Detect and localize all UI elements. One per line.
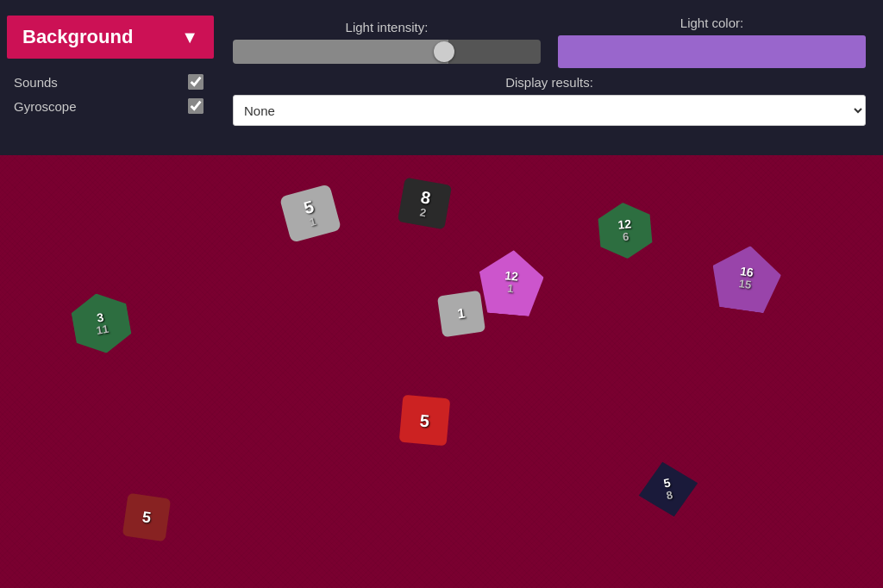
gyroscope-checkbox[interactable] bbox=[188, 98, 204, 114]
die-face-sub: 1 bbox=[308, 215, 317, 228]
display-results-section: Display results: None Sum Individual Sum… bbox=[233, 75, 866, 126]
die-d6-gray-2[interactable]: 1 bbox=[437, 291, 485, 337]
display-results-select[interactable]: None Sum Individual Sum + Individual bbox=[233, 95, 866, 126]
die-d20-purple[interactable]: 12 1 bbox=[476, 247, 546, 317]
background-button[interactable]: Background ▼ bbox=[7, 16, 214, 59]
die-content: 5 1 bbox=[279, 184, 341, 243]
die-d8-dark[interactable]: 5 8 bbox=[633, 455, 704, 522]
sounds-checkbox[interactable] bbox=[188, 74, 204, 90]
color-display[interactable] bbox=[558, 35, 866, 68]
die-face-sub: 11 bbox=[95, 322, 110, 336]
die-face-sub: 8 bbox=[665, 488, 673, 502]
die-content: 8 2 bbox=[398, 178, 452, 230]
intensity-label: Light intensity: bbox=[346, 20, 429, 34]
die-face-number: 8 bbox=[420, 188, 432, 207]
die-content: 5 bbox=[399, 395, 451, 447]
die-face-number: 3 bbox=[96, 310, 104, 323]
sounds-label: Sounds bbox=[14, 75, 58, 90]
background-button-label: Background bbox=[22, 26, 133, 48]
die-content: 5 bbox=[122, 493, 171, 541]
die-face-number: 5 bbox=[141, 509, 152, 525]
control-bar: Background ▼ Sounds Gyroscope Light inte… bbox=[0, 0, 883, 155]
canvas-area[interactable]: 5 1 8 2 12 6 12 1 1 16 15 bbox=[0, 155, 883, 588]
color-label: Light color: bbox=[680, 16, 743, 30]
chevron-down-icon: ▼ bbox=[181, 28, 198, 47]
die-face-sub: 15 bbox=[738, 277, 752, 291]
die-d6-gray[interactable]: 5 1 bbox=[279, 184, 341, 243]
die-face-number: 5 bbox=[419, 411, 430, 429]
die-face-sub: 2 bbox=[419, 205, 428, 219]
die-face-sub: 6 bbox=[622, 230, 629, 244]
die-content: 12 6 bbox=[592, 200, 657, 261]
intensity-section: Light intensity: bbox=[233, 20, 541, 64]
die-content: 16 15 bbox=[707, 241, 785, 315]
die-d6-darkred[interactable]: 5 bbox=[122, 493, 171, 541]
die-d12-green-top[interactable]: 12 6 bbox=[592, 200, 657, 261]
die-d20-dark-purple[interactable]: 16 15 bbox=[707, 241, 785, 315]
display-results-label: Display results: bbox=[505, 75, 593, 90]
color-section: Light color: bbox=[558, 16, 866, 68]
gyroscope-label: Gyroscope bbox=[14, 99, 77, 114]
die-face-number: 12 bbox=[617, 217, 632, 230]
sounds-row: Sounds bbox=[14, 74, 204, 90]
die-face-number: 1 bbox=[456, 306, 466, 321]
die-d12-green-left[interactable]: 3 11 bbox=[64, 288, 138, 359]
intensity-slider[interactable] bbox=[233, 40, 541, 64]
die-face-sub: 1 bbox=[507, 282, 515, 296]
die-content: 12 1 bbox=[476, 247, 546, 317]
die-face-number: 12 bbox=[504, 269, 519, 282]
die-content: 3 11 bbox=[64, 288, 138, 359]
gyroscope-row: Gyroscope bbox=[14, 98, 204, 114]
die-d6-red[interactable]: 5 bbox=[399, 395, 451, 447]
left-panel: Background ▼ Sounds Gyroscope bbox=[0, 9, 224, 147]
checkboxes-panel: Sounds Gyroscope bbox=[0, 66, 224, 122]
top-controls: Light intensity: Light color: bbox=[233, 16, 866, 68]
die-content: 5 8 bbox=[633, 455, 704, 522]
die-d6-black[interactable]: 8 2 bbox=[398, 178, 452, 230]
right-panel: Light intensity: Light color: Display re… bbox=[224, 9, 883, 133]
die-content: 1 bbox=[437, 291, 485, 337]
